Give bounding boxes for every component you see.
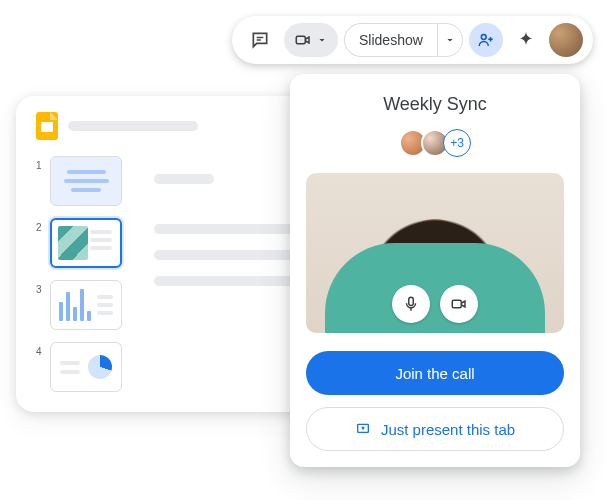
share-button[interactable]	[469, 23, 503, 57]
thumbnail-row: 3	[36, 280, 122, 330]
comment-icon	[250, 30, 270, 50]
present-icon	[355, 421, 371, 437]
join-call-label: Join the call	[395, 365, 474, 382]
thumbnail-row: 4	[36, 342, 122, 392]
camera-toggle-button[interactable]	[440, 285, 478, 323]
pie-chart-icon	[88, 355, 112, 379]
join-call-button[interactable]: Join the call	[306, 351, 564, 395]
more-participants-badge[interactable]: +3	[443, 129, 471, 157]
thumbnail-row: 2	[36, 218, 122, 268]
svg-point-1	[481, 35, 486, 40]
account-avatar[interactable]	[549, 23, 583, 57]
slide-thumbnail-1[interactable]	[50, 156, 122, 206]
placeholder-line	[154, 276, 302, 286]
chevron-down-icon	[444, 34, 456, 46]
editor-header	[36, 112, 318, 140]
placeholder-line	[154, 174, 214, 184]
comments-button[interactable]	[242, 22, 278, 58]
svg-rect-2	[409, 297, 414, 305]
slideshow-split-button: Slideshow	[344, 23, 463, 57]
gemini-button[interactable]	[509, 23, 543, 57]
participant-avatars: +3	[399, 129, 471, 157]
slide-thumbnail-3[interactable]	[50, 280, 122, 330]
placeholder-line	[154, 250, 302, 260]
microphone-toggle-button[interactable]	[392, 285, 430, 323]
thumbnail-row: 1	[36, 156, 122, 206]
thumbnail-number: 1	[36, 156, 44, 171]
video-call-chip[interactable]	[284, 23, 338, 57]
top-toolbar: Slideshow	[232, 16, 593, 64]
sparkle-icon	[516, 30, 536, 50]
document-title-placeholder[interactable]	[68, 121, 198, 131]
thumbnail-number: 3	[36, 280, 44, 295]
slideshow-label: Slideshow	[359, 32, 423, 48]
meet-panel: Weekly Sync +3 Join the call Just p	[290, 74, 580, 467]
slides-logo-icon	[36, 112, 58, 140]
present-tab-label: Just present this tab	[381, 421, 515, 438]
meeting-title: Weekly Sync	[383, 94, 487, 115]
svg-rect-3	[452, 300, 461, 308]
person-add-icon	[477, 31, 495, 49]
self-video-preview	[306, 173, 564, 333]
slide-thumbnail-2[interactable]	[50, 218, 122, 268]
slideshow-dropdown-button[interactable]	[437, 23, 463, 57]
svg-rect-0	[296, 36, 305, 44]
thumbnail-number: 2	[36, 218, 44, 233]
video-icon	[450, 295, 468, 313]
slide-thumbnail-4[interactable]	[50, 342, 122, 392]
chevron-down-icon	[316, 34, 328, 46]
present-tab-button[interactable]: Just present this tab	[306, 407, 564, 451]
thumbnail-number: 4	[36, 342, 44, 357]
video-icon	[294, 31, 312, 49]
slideshow-button[interactable]: Slideshow	[344, 23, 437, 57]
call-controls	[392, 285, 478, 323]
slide-thumbnails: 1 2 3 4	[36, 156, 122, 392]
placeholder-line	[154, 224, 302, 234]
microphone-icon	[402, 295, 420, 313]
